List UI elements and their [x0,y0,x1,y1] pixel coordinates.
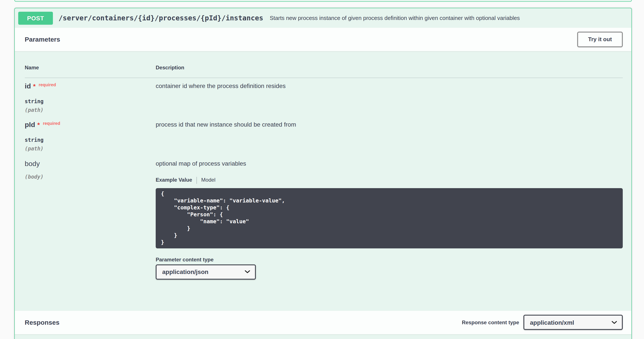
method-badge: POST [18,11,53,24]
param-description-pid: process id that new instance should be c… [156,120,623,128]
try-it-out-button[interactable]: Try it out [577,32,623,47]
response-content-type-label: Response content type [462,320,519,326]
param-description-body: optional map of process variables [156,159,623,167]
parameter-content-type-value: application/json [162,268,208,275]
parameters-bottom-spacer [25,279,623,311]
required-asterisk: * [37,121,40,128]
param-location-id: (path) [25,107,156,113]
param-type-pid: string [25,137,156,143]
parameter-content-type-label: Parameter content type [156,256,623,263]
tab-model[interactable]: Model [201,177,215,183]
example-json-block: { "variable-name": "variable-value", "co… [156,188,623,248]
chevron-down-icon [244,270,250,274]
param-description-id: container id where the process definitio… [156,82,623,89]
tab-example-value[interactable]: Example Value [156,177,192,183]
example-json-code: { "variable-name": "variable-value", "co… [161,190,618,246]
responses-title: Responses [25,319,60,326]
tab-divider [196,177,197,184]
responses-body [15,334,632,339]
response-content-type-group: Response content type application/xml [462,315,623,330]
param-location-body: (body) [25,174,156,180]
parameters-header: Parameters Try it out [15,28,632,51]
column-header-description: Description [156,64,623,71]
column-header-name: Name [25,64,156,71]
param-row-body: body (body) optional map of process vari… [25,152,623,279]
page: POST /server/containers/{id}/processes/{… [0,0,644,339]
endpoint-summary[interactable]: POST /server/containers/{id}/processes/{… [15,8,632,28]
param-name-pid: pId [25,121,35,128]
chevron-down-icon [612,321,617,324]
parameter-content-type-select[interactable]: application/json [156,264,256,279]
body-editor-tabs: Example Value Model [156,176,623,184]
param-name-body: body [25,159,156,168]
previous-endpoint-card-edge [14,0,632,2]
param-location-pid: (path) [25,145,156,152]
required-label: required [43,121,60,125]
endpoint-path: /server/containers/{id}/processes/{pId}/… [58,14,263,22]
response-content-type-value: application/xml [530,319,574,326]
required-label: required [38,82,56,87]
endpoint-card: POST /server/containers/{id}/processes/{… [14,8,632,339]
parameters-table: Name Description id*required string (pat… [15,51,632,311]
param-name-id: id [25,82,31,89]
endpoint-description: Starts new process instance of given pro… [270,15,520,21]
param-row-id: id*required string (path) container id w… [25,78,623,113]
required-asterisk: * [33,82,36,89]
parameters-title: Parameters [25,36,60,43]
param-type-id: string [25,98,156,105]
table-header-row: Name Description [25,51,623,78]
responses-header: Responses Response content type applicat… [15,311,632,334]
response-content-type-select[interactable]: application/xml [524,315,623,330]
param-row-pid: pId*required string (path) process id th… [25,113,623,152]
